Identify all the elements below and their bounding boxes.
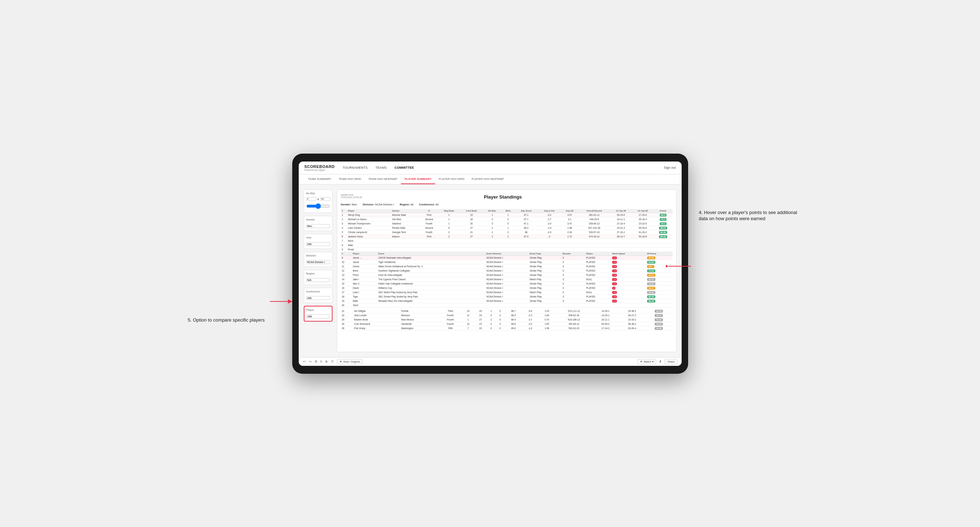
lower-standings-table: 22 Ian Gilligan Florida Third 10 24 1 0 …: [341, 309, 673, 330]
table-row[interactable]: 4 Luke Clanton Florida State Second 5 27…: [341, 225, 673, 230]
filter-region: Region: All: [400, 203, 414, 206]
clock-icon[interactable]: ⏱: [331, 360, 334, 364]
watch-button[interactable]: 👁 Watch ▾: [637, 359, 657, 364]
table-row[interactable]: 26 Petr Hruby Washington Fifth 7 23 0 0 …: [341, 326, 673, 330]
year-label: Year: [306, 237, 330, 239]
table-row[interactable]: 25 Cole Sherwood Vanderbilt Fourth 12 23…: [341, 322, 673, 326]
event-row[interactable]: 18 Tiger SEC Stroke Play hosted by Jerry…: [341, 294, 673, 298]
sidebar-year: Year (All): [304, 234, 332, 249]
no-rds-label: No Rds.: [306, 192, 330, 195]
th-points: Points: [654, 209, 672, 213]
table-row[interactable]: 7 Nichi: [341, 238, 673, 243]
sidebar-gender: Gender Men Women: [304, 216, 332, 231]
settings-icon[interactable]: ⚙: [315, 360, 317, 364]
subnav-player-h2h-heatmap[interactable]: PLAYER H2H HEATMAP: [468, 174, 508, 184]
table-row[interactable]: 23 Jack Lundin Missouri Fourth 11 24 0 0…: [341, 313, 673, 317]
eth-rounds: Rounds: [562, 252, 585, 256]
event-row[interactable]: 14 Jake I The Cypress Point Classic NCAA…: [341, 277, 673, 281]
nav-tournaments[interactable]: TOURNAMENTS: [342, 166, 368, 170]
sign-out-link[interactable]: Sign out: [663, 166, 676, 170]
event-row[interactable]: 11 Gordo Wake Forest Invitational at Pin…: [341, 264, 673, 268]
download-icon[interactable]: ⬇: [659, 360, 662, 364]
watch-label: Watch: [644, 360, 651, 364]
bottom-bar: ↩ ↪ ⚙ ⎘ ⊕ ⏱ 👁 View: Original 👁 Watch ▾ ⬇…: [299, 357, 682, 366]
filter-row: Gender: Men Division: NCAA Division I Re…: [341, 203, 673, 206]
tablet-frame: SCOREBOARD Powered by clippd TOURNAMENTS…: [292, 154, 688, 374]
eth-event: Event: [377, 252, 485, 256]
logo: SCOREBOARD: [304, 164, 335, 169]
player-select[interactable]: (All): [307, 314, 330, 318]
th-reg-rank: Reg Rank: [438, 209, 460, 213]
panel-title: Player Standings: [484, 194, 522, 200]
eth-w-points: W Points: [646, 252, 673, 256]
event-row[interactable]: 13 Phich Inner An Intercollegiate NCAA D…: [341, 273, 673, 277]
th-adj-score: Adj. Score: [515, 209, 538, 213]
redo-icon[interactable]: ↪: [309, 360, 312, 364]
table-row[interactable]: 2 Michael La Sasso Ole Miss Second 1 18 …: [341, 217, 673, 221]
update-time-value: 27/01/2024 16:56:26: [341, 196, 363, 198]
division-select[interactable]: NCAA Division I: [306, 260, 330, 264]
gender-select[interactable]: Men Women: [306, 224, 330, 228]
table-row[interactable]: 1 Wenyi Ding Arizona State First 1 15 1 …: [341, 213, 673, 217]
th-school: School: [391, 209, 420, 213]
conference-select[interactable]: (All): [306, 296, 330, 300]
event-row[interactable]: 12 Breni Southern Highlands Collegiate N…: [341, 268, 673, 273]
year-select[interactable]: (All): [306, 242, 330, 246]
filter-division: Division: NCAA Division I: [363, 203, 394, 206]
event-row[interactable]: 15 Alex C Fallen Oak Collegiate Invitati…: [341, 281, 673, 286]
sidebar-division: Division NCAA Division I: [304, 252, 332, 267]
undo-icon[interactable]: ↩: [303, 360, 306, 364]
subnav-player-summary[interactable]: PLAYER SUMMARY: [401, 174, 435, 184]
subnav-player-h2h-grid[interactable]: PLAYER H2H GRID: [435, 174, 468, 184]
no-rds-slider[interactable]: [306, 203, 330, 209]
event-row[interactable]: 10 Jacob Tiger Invitational NCAA Divisio…: [341, 260, 673, 264]
table-row[interactable]: 8 Mats: [341, 243, 673, 247]
nav-committee[interactable]: COMMITTEE: [394, 166, 415, 170]
table-row[interactable]: 9 Presti: [341, 247, 673, 251]
table-row[interactable]: 24 Bastien Amat New Mexico Fourth 1 27 2…: [341, 317, 673, 322]
th-overall-record: Overall Record: [578, 209, 610, 213]
th-vs-top50: Vs Top 50: [632, 209, 654, 213]
th-yr: Yr: [420, 209, 438, 213]
event-row[interactable]: 17 Luke I SEC Match Play hosted by Jerry…: [341, 290, 673, 294]
subnav-team-h2h-heatmap[interactable]: TEAM H2H HEATMAP: [364, 174, 401, 184]
filter-conference: Conference: All: [419, 203, 439, 206]
eth-rank: #: [341, 252, 352, 256]
eth-player: Player: [352, 252, 377, 256]
event-row[interactable]: 9 Jacob ... UNCW Seahawk Intercollegiate…: [341, 256, 673, 260]
share-label: Share: [667, 360, 675, 364]
subnav-team-h2h-grid[interactable]: TEAM H2H GRID: [335, 174, 365, 184]
table-row[interactable]: 3 Michael Thorbjornsen Stanford Fourth 1…: [341, 221, 673, 225]
sidebar-region: Region N/A: [304, 270, 332, 285]
watch-icon: 👁: [640, 360, 643, 364]
table-row[interactable]: 22 Ian Gilligan Florida Third 10 24 1 0 …: [341, 309, 673, 313]
table-row[interactable]: 5 Christo Lamprecht Georgia Tech Fourth …: [341, 230, 673, 234]
arrow-left: [270, 299, 295, 305]
main-content: No Rds. - Gender Men Women: [299, 184, 682, 357]
event-row[interactable]: 20 Tachi: [341, 303, 673, 307]
arrow-right: [666, 264, 691, 270]
sidebar-conference: Conference (All): [304, 288, 332, 303]
logo-sub: Powered by clippd: [304, 169, 335, 171]
update-time-block: Update time: 27/01/2024 16:56:26: [341, 194, 363, 198]
more-icon[interactable]: ⊕: [325, 360, 328, 364]
event-table: # Player Event Event Division Event Type…: [341, 252, 673, 308]
nav-teams[interactable]: TEAMS: [375, 166, 387, 170]
division-label: Division: [306, 254, 330, 257]
th-conf-rank: Conf Rank: [460, 209, 483, 213]
table-row[interactable]: 6 Jackson Koivu Auburn First 2 27 2 2 67…: [341, 234, 673, 238]
copy-icon[interactable]: ⎘: [320, 360, 322, 364]
top-nav: SCOREBOARD Powered by clippd TOURNAMENTS…: [299, 162, 682, 175]
standings-table: # Player School Yr Reg Rank Conf Rank No…: [341, 209, 673, 252]
th-wins: Wins: [502, 209, 515, 213]
event-row[interactable]: 19 Matti Miraabel Maui Jim Intercollegia…: [341, 298, 673, 303]
no-rds-from[interactable]: [306, 197, 317, 201]
region-select[interactable]: N/A: [306, 278, 330, 282]
view-original-button[interactable]: 👁 View: Original: [337, 359, 363, 364]
share-button[interactable]: Share: [665, 359, 677, 364]
filter-gender: Gender: Men: [341, 203, 357, 206]
th-no-rds: No Rds.: [483, 209, 501, 213]
subnav-team-summary[interactable]: TEAM SUMMARY: [304, 174, 335, 184]
event-row[interactable]: 16 David Williams Cup NCAA Division I St…: [341, 286, 673, 290]
no-rds-to[interactable]: [320, 197, 330, 201]
